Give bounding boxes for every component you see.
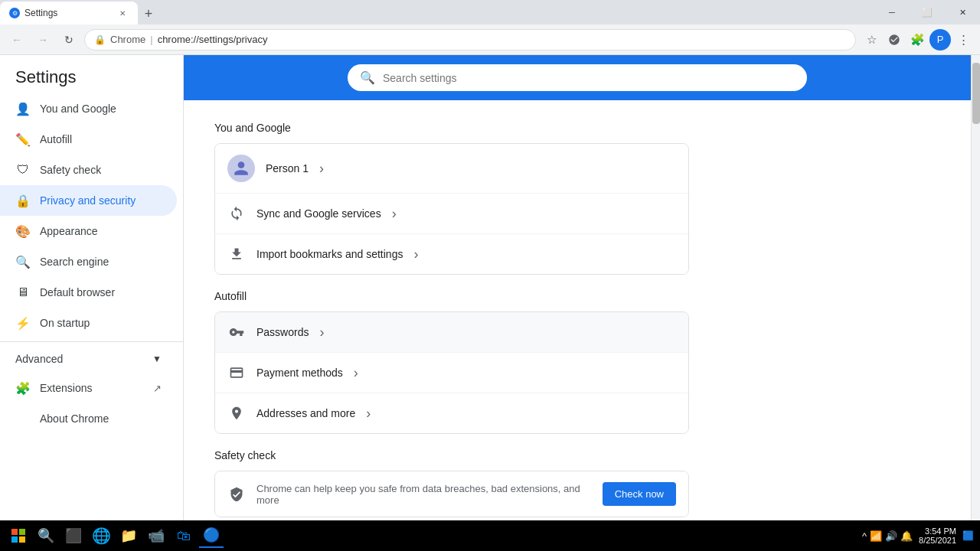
settings-content: You and Google Person 1 › Sync and Googl… bbox=[184, 100, 720, 520]
sidebar-item-on-startup[interactable]: ⚡ On startup bbox=[0, 308, 177, 338]
notification-icon[interactable]: 🟦 bbox=[962, 530, 974, 541]
sidebar-item-you-and-google[interactable]: 👤 You and Google bbox=[0, 93, 177, 124]
payment-label: Payment methods bbox=[256, 367, 343, 379]
taskbar-search[interactable]: 🔍 bbox=[34, 523, 58, 548]
search-input[interactable] bbox=[383, 72, 795, 84]
autofill-icon: ✏️ bbox=[15, 132, 31, 147]
scrollbar-track[interactable] bbox=[971, 55, 980, 520]
import-icon bbox=[227, 245, 246, 263]
person1-label: Person 1 bbox=[266, 162, 309, 174]
taskbar-chrome-active[interactable]: 🔵 bbox=[199, 523, 224, 548]
taskbar-store[interactable]: 🛍 bbox=[172, 523, 196, 548]
address-separator: | bbox=[150, 34, 152, 45]
volume-icon[interactable]: 🔊 bbox=[885, 530, 897, 542]
sidebar-label-search-engine: Search engine bbox=[40, 256, 109, 268]
row-passwords[interactable]: Passwords › bbox=[215, 312, 688, 353]
appearance-icon: 🎨 bbox=[15, 223, 31, 239]
start-button[interactable] bbox=[6, 523, 31, 548]
reload-button[interactable]: ↻ bbox=[58, 29, 80, 51]
privacy-icon: 🔒 bbox=[15, 193, 31, 208]
sidebar-item-appearance[interactable]: 🎨 Appearance bbox=[0, 216, 177, 246]
row-import[interactable]: Import bookmarks and settings › bbox=[215, 234, 688, 274]
main-layout: Settings 👤 You and Google ✏️ Autofill 🛡 … bbox=[0, 55, 980, 520]
payment-icon bbox=[227, 364, 246, 382]
search-icon: 🔍 bbox=[360, 70, 375, 85]
row-payment[interactable]: Payment methods › bbox=[215, 353, 688, 393]
sync-icon bbox=[227, 204, 246, 223]
sidebar: Settings 👤 You and Google ✏️ Autofill 🛡 … bbox=[0, 55, 184, 520]
tab-bar: ⚙ Settings ✕ + bbox=[0, 0, 159, 24]
section-title-safety-check: Safety check bbox=[214, 449, 689, 461]
sidebar-item-extensions[interactable]: 🧩 Extensions ↗ bbox=[0, 373, 177, 403]
back-button[interactable]: ← bbox=[6, 29, 28, 51]
person-icon: 👤 bbox=[15, 101, 31, 116]
content-area: 🔍 You and Google Person 1 › bbox=[184, 55, 971, 520]
sidebar-label-safety-check: Safety check bbox=[40, 164, 101, 176]
battery-icon[interactable]: 🔔 bbox=[900, 530, 913, 542]
sync-arrow-icon: › bbox=[392, 206, 397, 222]
sidebar-label-extensions: Extensions bbox=[40, 382, 92, 394]
advanced-left: Advanced bbox=[15, 353, 63, 365]
maximize-button[interactable]: ⬜ bbox=[910, 0, 945, 24]
safety-check-description: Chrome can help keep you safe from data … bbox=[256, 483, 592, 506]
passwords-label: Passwords bbox=[256, 326, 309, 338]
sidebar-item-about[interactable]: About Chrome bbox=[0, 403, 177, 434]
safety-icon: 🛡 bbox=[15, 162, 31, 178]
lock-icon: 🔒 bbox=[94, 34, 106, 45]
new-tab-button[interactable]: + bbox=[138, 3, 159, 24]
import-arrow-icon: › bbox=[413, 246, 418, 262]
bookmark-button[interactable]: ☆ bbox=[861, 29, 882, 51]
extensions-button[interactable]: 🧩 bbox=[906, 29, 928, 51]
address-bar-container: ← → ↻ 🔒 Chrome | chrome://settings/priva… bbox=[0, 24, 980, 55]
profile-button[interactable]: P bbox=[929, 29, 951, 51]
row-sync[interactable]: Sync and Google services › bbox=[215, 194, 688, 234]
sidebar-item-safety-check[interactable]: 🛡 Safety check bbox=[0, 155, 177, 185]
taskbar: 🔍 ⬛ 🌐 📁 📹 🛍 🔵 ^ 📶 🔊 🔔 3:54 PM 8/25/2021 … bbox=[0, 520, 980, 551]
toolbar-icons: ☆ 🧩 P ⋮ bbox=[861, 29, 974, 51]
import-label: Import bookmarks and settings bbox=[256, 248, 403, 260]
taskbar-edge[interactable]: 🌐 bbox=[89, 523, 113, 548]
taskbar-right: ^ 📶 🔊 🔔 3:54 PM 8/25/2021 🟦 bbox=[862, 527, 974, 545]
sidebar-item-advanced[interactable]: Advanced ▼ bbox=[0, 345, 177, 373]
taskbar-meet[interactable]: 📹 bbox=[144, 523, 168, 548]
payment-arrow-icon: › bbox=[354, 365, 358, 381]
about-icon bbox=[15, 411, 31, 426]
tab-favicon: ⚙ bbox=[9, 8, 20, 18]
scrollbar-thumb[interactable] bbox=[972, 63, 980, 124]
sidebar-label-you-and-google: You and Google bbox=[40, 103, 116, 115]
taskbar-explorer[interactable]: 📁 bbox=[116, 523, 141, 548]
you-and-google-card: Person 1 › Sync and Google services › Im… bbox=[214, 143, 689, 275]
address-bar[interactable]: 🔒 Chrome | chrome://settings/privacy bbox=[84, 29, 856, 51]
search-input-wrap[interactable]: 🔍 bbox=[348, 64, 807, 91]
tray-expand-icon[interactable]: ^ bbox=[862, 530, 867, 542]
row-person1[interactable]: Person 1 › bbox=[215, 144, 688, 194]
advanced-chevron-icon: ▼ bbox=[152, 354, 162, 364]
address-path: chrome://settings/privacy bbox=[158, 34, 268, 45]
sidebar-item-privacy[interactable]: 🔒 Privacy and security bbox=[0, 185, 177, 216]
clock-date: 8/25/2021 bbox=[919, 536, 956, 545]
title-bar: ⚙ Settings ✕ + ─ ⬜ ✕ bbox=[0, 0, 980, 24]
menu-button[interactable]: ⋮ bbox=[952, 29, 974, 51]
key-icon bbox=[227, 323, 246, 341]
sidebar-divider bbox=[0, 341, 183, 342]
active-tab[interactable]: ⚙ Settings ✕ bbox=[0, 2, 138, 24]
network-icon[interactable]: 📶 bbox=[870, 530, 882, 542]
startup-icon: ⚡ bbox=[15, 315, 31, 331]
sidebar-label-on-startup: On startup bbox=[40, 317, 90, 329]
sidebar-label-appearance: Appearance bbox=[40, 225, 98, 237]
taskbar-task-view[interactable]: ⬛ bbox=[61, 523, 86, 548]
check-now-button[interactable]: Check now bbox=[603, 482, 676, 506]
forward-button[interactable]: → bbox=[32, 29, 54, 51]
section-title-autofill: Autofill bbox=[214, 290, 689, 302]
sidebar-item-default-browser[interactable]: 🖥 Default browser bbox=[0, 277, 177, 308]
profile-extension-icon[interactable] bbox=[884, 29, 905, 51]
tab-close-button[interactable]: ✕ bbox=[116, 7, 129, 19]
close-button[interactable]: ✕ bbox=[945, 0, 980, 24]
minimize-button[interactable]: ─ bbox=[874, 0, 910, 24]
sidebar-item-autofill[interactable]: ✏️ Autofill bbox=[0, 124, 177, 155]
addresses-arrow-icon: › bbox=[366, 406, 371, 422]
svg-rect-3 bbox=[19, 536, 25, 543]
taskbar-clock[interactable]: 3:54 PM 8/25/2021 bbox=[919, 527, 956, 545]
row-addresses[interactable]: Addresses and more › bbox=[215, 393, 688, 433]
sidebar-item-search-engine[interactable]: 🔍 Search engine bbox=[0, 246, 177, 277]
